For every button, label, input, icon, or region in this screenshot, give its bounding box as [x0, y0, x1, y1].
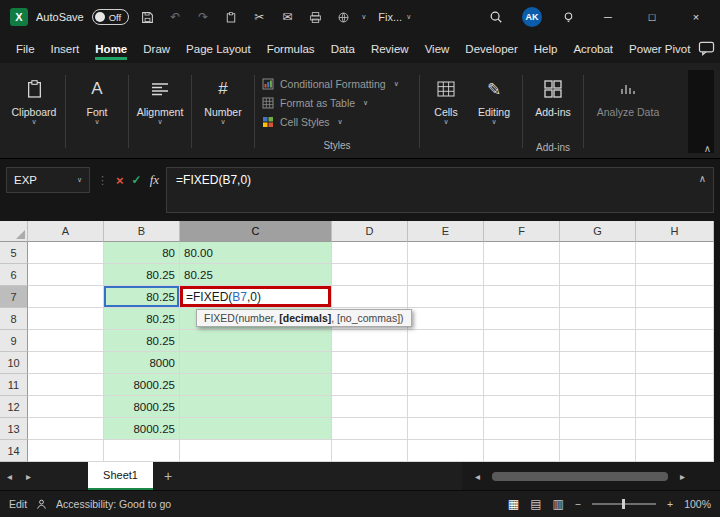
cell-g6[interactable] — [560, 264, 636, 286]
cell-b10[interactable]: 8000 — [104, 352, 180, 374]
cell-c11[interactable] — [180, 374, 332, 396]
column-header-f[interactable]: F — [484, 221, 560, 242]
tab-file[interactable]: File — [8, 37, 43, 61]
tab-review[interactable]: Review — [363, 37, 417, 61]
cell-h12[interactable] — [636, 396, 714, 418]
cell-h7[interactable] — [636, 286, 714, 308]
cell-a7[interactable] — [28, 286, 104, 308]
alignment-group-button[interactable]: Alignment ∨ — [132, 67, 188, 156]
cell-b9[interactable]: 80.25 — [104, 330, 180, 352]
cell-f10[interactable] — [484, 352, 560, 374]
cell-c10[interactable] — [180, 352, 332, 374]
avatar[interactable]: AK — [522, 7, 542, 27]
cell-c14[interactable] — [180, 440, 332, 462]
qat-caret-icon[interactable]: ∨ — [361, 13, 366, 21]
print-button[interactable] — [305, 11, 325, 24]
format-as-table-button[interactable]: Format as Table ∨ — [262, 93, 412, 112]
page-break-view-button[interactable]: ▥ — [553, 497, 564, 511]
cell-a5[interactable] — [28, 242, 104, 264]
cell-h11[interactable] — [636, 374, 714, 396]
cell-e14[interactable] — [408, 440, 484, 462]
tab-developer[interactable]: Developer — [457, 37, 525, 61]
conditional-formatting-button[interactable]: Conditional Formatting ∨ — [262, 74, 412, 93]
cell-f9[interactable] — [484, 330, 560, 352]
column-header-h[interactable]: H — [636, 221, 714, 242]
cell-h8[interactable] — [636, 308, 714, 330]
cell-d6[interactable] — [332, 264, 408, 286]
select-all-button[interactable] — [0, 221, 28, 242]
number-group-button[interactable]: # Number ∨ — [195, 67, 251, 156]
cell-f5[interactable] — [484, 242, 560, 264]
tab-draw[interactable]: Draw — [135, 37, 178, 61]
tab-view[interactable]: View — [417, 37, 458, 61]
cell-f6[interactable] — [484, 264, 560, 286]
tab-acrobat[interactable]: Acrobat — [565, 37, 621, 61]
maximize-button[interactable]: □ — [638, 11, 666, 23]
sheet-tab-sheet1[interactable]: Sheet1 — [88, 462, 153, 490]
scroll-right-button[interactable]: ▸ — [673, 471, 692, 482]
cell-a8[interactable] — [28, 308, 104, 330]
cell-h6[interactable] — [636, 264, 714, 286]
cell-b12[interactable]: 8000.25 — [104, 396, 180, 418]
row-header-8[interactable]: 8 — [0, 308, 28, 330]
search-icon[interactable] — [486, 10, 506, 24]
row-header-11[interactable]: 11 — [0, 374, 28, 396]
cell-d10[interactable] — [332, 352, 408, 374]
cell-e11[interactable] — [408, 374, 484, 396]
column-header-d[interactable]: D — [332, 221, 408, 242]
row-header-10[interactable]: 10 — [0, 352, 28, 374]
save-button[interactable] — [137, 11, 157, 24]
redo-button[interactable]: ↷ — [193, 10, 213, 24]
cell-h14[interactable] — [636, 440, 714, 462]
cell-d7[interactable] — [332, 286, 408, 308]
cell-e6[interactable] — [408, 264, 484, 286]
insert-function-button[interactable]: fx — [150, 172, 159, 188]
tab-insert[interactable]: Insert — [43, 37, 88, 61]
mail-button[interactable]: ✉ — [277, 10, 297, 24]
cell-f12[interactable] — [484, 396, 560, 418]
cell-c13[interactable] — [180, 418, 332, 440]
cell-g5[interactable] — [560, 242, 636, 264]
cell-b5[interactable]: 80 — [104, 242, 180, 264]
cell-d14[interactable] — [332, 440, 408, 462]
cancel-entry-button[interactable]: × — [116, 173, 124, 188]
row-header-5[interactable]: 5 — [0, 242, 28, 264]
comments-button[interactable] — [698, 41, 715, 56]
row-header-7[interactable]: 7 — [0, 286, 28, 308]
tab-power-pivot[interactable]: Power Pivot — [621, 37, 698, 61]
cell-d12[interactable] — [332, 396, 408, 418]
cell-g14[interactable] — [560, 440, 636, 462]
expand-formula-bar-button[interactable]: ∧ — [699, 173, 706, 184]
font-group-button[interactable]: A Font ∨ — [69, 67, 125, 156]
cell-b13[interactable]: 8000.25 — [104, 418, 180, 440]
cell-styles-button[interactable]: Cell Styles ∨ — [262, 112, 412, 131]
name-box[interactable]: EXP ∨ — [6, 167, 90, 193]
cell-a9[interactable] — [28, 330, 104, 352]
analyze-data-button[interactable]: Analyze Data — [587, 67, 669, 156]
cell-e5[interactable] — [408, 242, 484, 264]
cell-c7-editing[interactable]: =FIXED(B7,0) — [180, 286, 332, 308]
row-header-6[interactable]: 6 — [0, 264, 28, 286]
column-header-b[interactable]: B — [104, 221, 180, 242]
row-header-14[interactable]: 14 — [0, 440, 28, 462]
cell-g12[interactable] — [560, 396, 636, 418]
zoom-slider[interactable] — [592, 503, 656, 505]
tab-data[interactable]: Data — [323, 37, 363, 61]
cell-h13[interactable] — [636, 418, 714, 440]
cell-a6[interactable] — [28, 264, 104, 286]
cell-e13[interactable] — [408, 418, 484, 440]
scroll-left-button[interactable]: ◂ — [468, 471, 487, 482]
lightbulb-icon[interactable] — [558, 11, 578, 24]
cell-g13[interactable] — [560, 418, 636, 440]
cell-f11[interactable] — [484, 374, 560, 396]
next-sheet-button[interactable]: ▸ — [19, 471, 38, 482]
cell-a10[interactable] — [28, 352, 104, 374]
cell-a13[interactable] — [28, 418, 104, 440]
cell-b14[interactable] — [104, 440, 180, 462]
tab-home[interactable]: Home — [87, 37, 135, 61]
cell-b8[interactable]: 80.25 — [104, 308, 180, 330]
editing-group-button[interactable]: ✎ Editing ∨ — [469, 67, 519, 156]
paste-button[interactable] — [221, 11, 241, 24]
cell-e8[interactable] — [408, 308, 484, 330]
qat-fix-dropdown[interactable]: Fix... ∨ — [374, 9, 415, 25]
